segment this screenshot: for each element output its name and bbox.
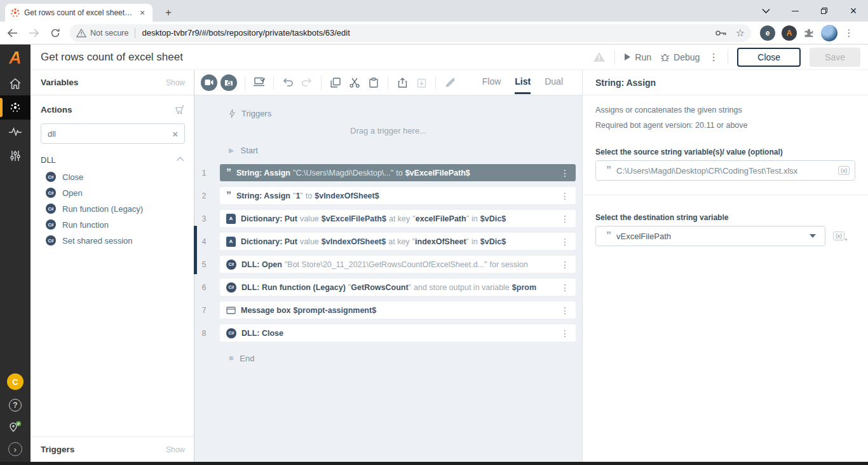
action-row[interactable]: 7Message box$prompt-assignment$⋮ <box>194 302 576 319</box>
paste-button[interactable] <box>365 75 382 90</box>
tab-list[interactable]: List <box>515 76 531 94</box>
action-item[interactable]: C#Close <box>31 169 194 184</box>
activity-icon[interactable] <box>0 120 31 144</box>
action-item[interactable]: C#Run function (Legacy) <box>31 201 194 216</box>
row-menu-button[interactable]: ⋮ <box>560 282 569 293</box>
action-card[interactable]: C#DLL: Close⋮ <box>220 324 576 342</box>
window-restore-button[interactable] <box>810 0 839 22</box>
action-item[interactable]: C#Run function <box>31 217 194 232</box>
recorder-button[interactable] <box>201 74 217 91</box>
clear-search-icon[interactable]: × <box>172 128 178 139</box>
help-icon[interactable]: ? <box>9 399 22 412</box>
tab-dual[interactable]: Dual <box>545 76 563 94</box>
action-item[interactable]: C#Set shared session <box>31 233 194 248</box>
action-card[interactable]: ”String: Assign"1"to$vIndexOfSheet$⋮ <box>220 187 576 204</box>
row-menu-button[interactable]: ⋮ <box>560 328 569 338</box>
action-rows: 1”String: Assign"C:\Users\Magdi\Desktop\… <box>194 164 582 342</box>
action-card[interactable]: ADictionary: Putvalue$vExcelFilePath$at … <box>220 210 576 227</box>
bot-store-icon[interactable] <box>175 104 185 115</box>
triggers-show-button[interactable]: Show <box>166 445 185 454</box>
user-avatar[interactable]: C <box>7 373 24 390</box>
not-secure-label[interactable]: Not secure <box>90 29 128 38</box>
cut-button[interactable] <box>346 75 363 90</box>
triggers-node[interactable]: Triggers <box>229 106 582 121</box>
copy-button[interactable] <box>327 75 344 90</box>
settings-sliders-icon[interactable] <box>0 144 31 168</box>
row-menu-button[interactable]: ⋮ <box>560 305 569 316</box>
redo-button[interactable] <box>299 75 315 90</box>
forward-icon[interactable] <box>24 24 43 43</box>
profile-avatar[interactable] <box>821 25 837 41</box>
extension-e-icon[interactable]: e <box>760 25 775 41</box>
action-row[interactable]: 8C#DLL: Close⋮ <box>194 324 576 342</box>
import-button[interactable] <box>413 75 430 90</box>
debug-button[interactable]: Debug <box>660 52 700 62</box>
share-export-button[interactable] <box>394 75 410 90</box>
action-card[interactable]: Message box$prompt-assignment$⋮ <box>220 302 576 319</box>
automation-anywhere-logo[interactable]: A <box>0 45 31 71</box>
lightning-icon <box>229 109 235 118</box>
save-button[interactable]: Save <box>810 48 860 67</box>
header-menu-icon[interactable]: ⋮ <box>709 52 719 63</box>
row-menu-button[interactable]: ⋮ <box>560 191 569 201</box>
actions-search-field[interactable]: × <box>41 123 185 144</box>
row-menu-button[interactable]: ⋮ <box>560 168 569 178</box>
source-value[interactable]: C:\Users\Magdi\Desktop\CR\CodingTest\Tes… <box>616 166 838 176</box>
password-key-icon[interactable] <box>715 30 727 36</box>
variables-show-button[interactable]: Show <box>166 78 185 87</box>
start-node[interactable]: ▶ Start <box>229 142 582 158</box>
action-item[interactable]: C#Open <box>31 185 194 200</box>
action-row[interactable]: 2”String: Assign"1"to$vIndexOfSheet$⋮ <box>194 187 576 204</box>
errors-warning-icon[interactable] <box>593 52 606 62</box>
undo-button[interactable] <box>280 75 296 90</box>
action-group-header[interactable]: DLL <box>31 150 194 169</box>
browser-tab[interactable]: Get rows count of excel sheet | E × <box>5 4 153 22</box>
window-minimize-button[interactable] <box>780 0 810 22</box>
action-row[interactable]: 4ADictionary: Putvalue$vIndexOfSheet$at … <box>194 233 576 250</box>
insert-variable-button[interactable]: (x) <box>838 166 850 176</box>
browser-menu-icon[interactable]: ⋮ <box>844 27 854 39</box>
tab-flow[interactable]: Flow <box>482 76 501 94</box>
end-node[interactable]: ■ End <box>229 350 582 366</box>
bots-icon[interactable] <box>0 95 31 120</box>
action-row[interactable]: 3ADictionary: Putvalue$vExcelFilePath$at… <box>194 210 576 227</box>
home-icon[interactable] <box>0 71 31 95</box>
url-field[interactable]: Not secure desktop-tvbr7r9/#/bots/reposi… <box>70 24 751 42</box>
close-button[interactable]: Close <box>737 48 801 67</box>
source-value-field[interactable]: ” C:\Users\Magdi\Desktop\CR\CodingTest\T… <box>595 160 855 181</box>
expand-rail-icon[interactable]: › <box>8 442 22 456</box>
action-row[interactable]: 5C#DLL: Open"Bot Store\20_11_2021\GetRow… <box>194 256 576 273</box>
action-text: Message box$prompt-assignment$ <box>241 306 555 315</box>
reload-icon[interactable] <box>46 24 65 43</box>
back-icon[interactable] <box>3 24 22 43</box>
device-check-icon[interactable] <box>251 75 268 90</box>
window-chevron-icon[interactable] <box>751 0 780 22</box>
capture-preview-button[interactable] <box>220 74 237 91</box>
bookmark-star-icon[interactable]: ☆ <box>736 27 745 39</box>
new-tab-button[interactable]: + <box>160 4 177 21</box>
action-card[interactable]: C#DLL: Open"Bot Store\20_11_2021\GetRows… <box>220 256 576 273</box>
window-close-button[interactable]: × <box>839 0 868 22</box>
row-menu-button[interactable]: ⋮ <box>560 237 569 247</box>
canvas-scroll-thumb[interactable] <box>194 226 197 274</box>
device-status-icon[interactable] <box>8 420 22 433</box>
chevron-down-icon[interactable] <box>810 234 816 238</box>
search-input[interactable] <box>48 129 172 139</box>
action-card[interactable]: C#DLL: Run function (Legacy)"GetRowsCoun… <box>220 279 576 296</box>
extensions-puzzle-icon[interactable] <box>803 27 815 39</box>
group-name: DLL <box>41 155 56 165</box>
row-menu-button[interactable]: ⋮ <box>560 214 569 224</box>
tab-close-icon[interactable]: × <box>137 8 147 18</box>
destination-variable-dropdown[interactable]: ” vExcelFilePath <box>595 226 825 246</box>
collapse-chevron-icon[interactable] <box>177 157 184 164</box>
extension-aa-icon[interactable]: A <box>782 25 797 41</box>
run-button[interactable]: Run <box>624 52 651 62</box>
create-variable-button[interactable]: (x)+ <box>833 232 844 241</box>
url-text[interactable]: desktop-tvbr7r9/#/bots/repository/privat… <box>142 28 349 38</box>
action-card[interactable]: ”String: Assign"C:\Users\Magdi\Desktop\.… <box>220 164 576 181</box>
action-row[interactable]: 1”String: Assign"C:\Users\Magdi\Desktop\… <box>194 164 576 181</box>
row-menu-button[interactable]: ⋮ <box>560 260 569 270</box>
action-text: Dictionary: Putvalue$vIndexOfSheet$at ke… <box>241 237 555 246</box>
action-card[interactable]: ADictionary: Putvalue$vIndexOfSheet$at k… <box>220 233 576 250</box>
action-row[interactable]: 6C#DLL: Run function (Legacy)"GetRowsCou… <box>194 279 576 296</box>
